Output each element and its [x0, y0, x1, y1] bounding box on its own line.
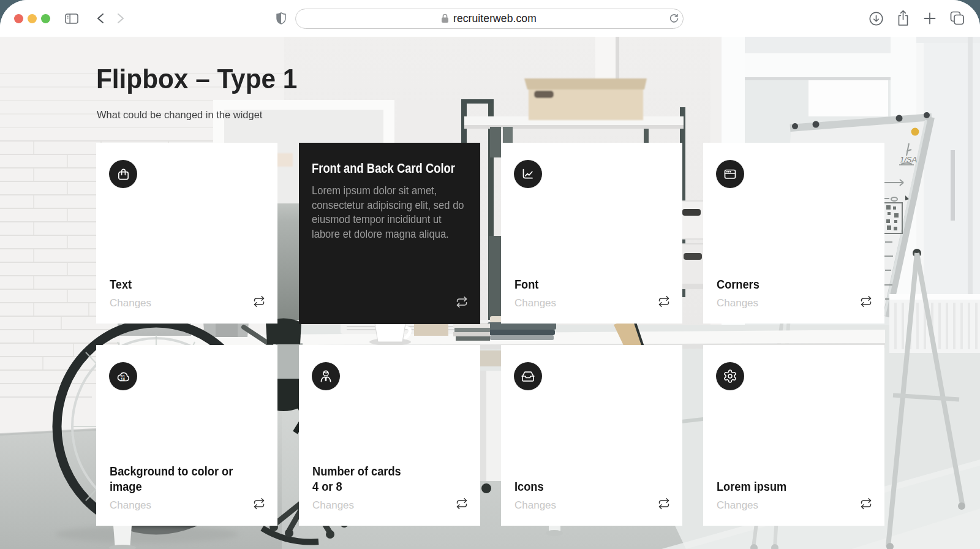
svg-text:1/SA: 1/SA — [900, 155, 917, 164]
svg-text:10: 10 — [121, 377, 125, 381]
